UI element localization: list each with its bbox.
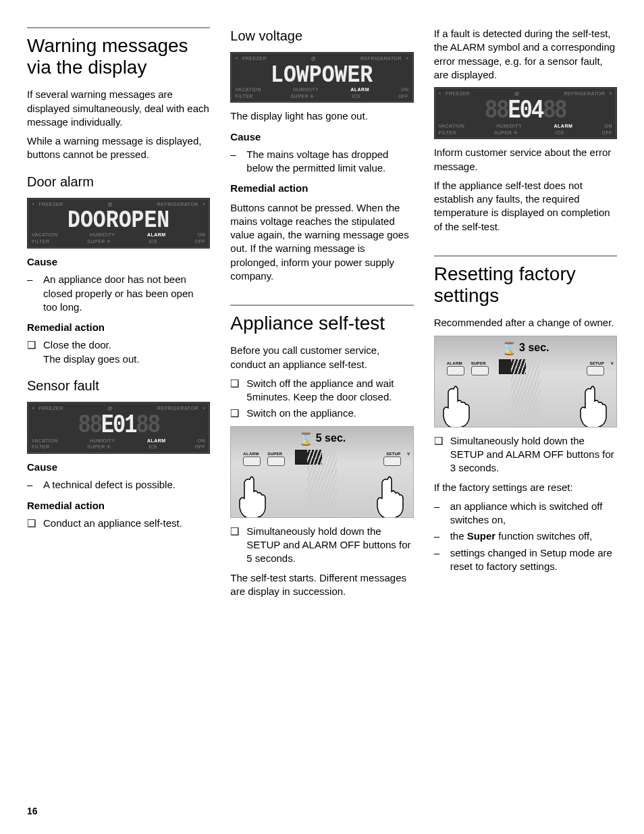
paragraph: Before you call customer service, conduc… <box>230 344 413 371</box>
paragraph: Inform customer service about the error … <box>434 146 617 174</box>
super-button-graphic <box>471 366 489 375</box>
page-number: 16 <box>27 805 38 818</box>
segment-display: LOWPOWER <box>231 59 413 89</box>
remedial-list: ❑Close the door. The display goes out. <box>27 338 210 366</box>
column-3: If a fault is detected during the self-t… <box>434 27 617 604</box>
button-press-figure-3sec: ⌛3 sec. ALARM SUPER SETUP V <box>434 336 617 427</box>
heading-low-voltage: Low voltage <box>230 27 413 45</box>
setup-button-graphic <box>587 366 604 375</box>
segment-display: 88E0188 <box>32 409 205 440</box>
paragraph: If several warning messages are displaye… <box>27 88 210 129</box>
hourglass-icon: ⌛ <box>298 432 313 446</box>
step-list: ❑Simultaneously hold down the SETUP and … <box>434 434 617 475</box>
hand-icon <box>577 382 611 427</box>
column-1: Warning messages via the display If seve… <box>27 27 210 604</box>
cause-list: –The mains voltage has dropped below the… <box>230 148 413 176</box>
cause-heading: Cause <box>27 255 210 269</box>
paragraph: The self-test starts. Different messages… <box>230 571 413 599</box>
remedial-heading: Remedial action <box>27 321 210 334</box>
display-panel-e04: +FREEZER @ REFRIGERATOR+ 88E0488 VACATIO… <box>434 87 617 139</box>
heading-warning-messages: Warning messages via the display <box>27 35 210 78</box>
heading-appliance-selftest: Appliance self-test <box>230 313 413 334</box>
column-2: Low voltage +FREEZER @ REFRIGERATOR+ LOW… <box>230 27 413 604</box>
cause-list: –A technical defect is possible. <box>27 478 210 492</box>
heading-sensor-fault: Sensor fault <box>27 377 210 395</box>
section-rule <box>434 255 617 257</box>
heading-door-alarm: Door alarm <box>27 173 210 191</box>
hand-icon <box>236 473 270 518</box>
section-rule <box>27 27 210 28</box>
paragraph: If the appliance self-test does not esta… <box>434 179 617 234</box>
button-press-figure-5sec: ⌛5 sec. ALARM SUPER SETUP V <box>230 426 413 518</box>
cause-heading: Cause <box>27 461 210 474</box>
display-panel-lowpower: +FREEZER @ REFRIGERATOR+ LOWPOWER VACATI… <box>230 52 413 103</box>
alarm-button-graphic <box>447 366 464 375</box>
hand-icon <box>440 382 474 427</box>
paragraph: Recommended after a change of owner. <box>434 316 617 330</box>
paragraph: While a warning message is displayed, bu… <box>27 134 210 162</box>
paragraph: Buttons cannot be pressed. When the main… <box>230 201 413 284</box>
paragraph: If the factory settings are reset: <box>434 481 617 494</box>
step-list: ❑Switch off the appliance and wait 5minu… <box>230 377 413 421</box>
section-rule <box>230 305 413 306</box>
paragraph: The display light has gone out. <box>230 109 413 123</box>
cause-list: –An appliance door has not been closed p… <box>27 273 210 314</box>
segment-display: DOOROPEN <box>28 205 210 235</box>
paragraph: If a fault is detected during the self-t… <box>434 27 617 82</box>
segment-display: 88E0488 <box>439 95 612 126</box>
setup-button-graphic <box>383 457 401 466</box>
remedial-heading: Remedial action <box>27 499 210 513</box>
remedial-list: ❑Conduct an appliance self-test. <box>27 517 210 530</box>
hand-icon <box>374 473 408 518</box>
remedial-heading: Remedial action <box>230 182 413 195</box>
result-list: –an appliance which is switched off swit… <box>434 500 617 573</box>
cause-heading: Cause <box>230 130 413 144</box>
heading-resetting-factory: Resetting factory settings <box>434 263 617 307</box>
display-panel-e01: +FREEZER @ REFRIGERATOR+ 88E0188 VACATIO… <box>27 402 210 454</box>
super-button-graphic <box>267 457 285 466</box>
step-list: ❑Simultaneously hold down the SETUP and … <box>230 525 413 566</box>
display-panel-dooropen: +FREEZER @ REFRIGERATOR+ DOOROPEN VACATI… <box>27 198 210 249</box>
hourglass-icon: ⌛ <box>502 342 516 355</box>
alarm-button-graphic <box>243 457 261 466</box>
